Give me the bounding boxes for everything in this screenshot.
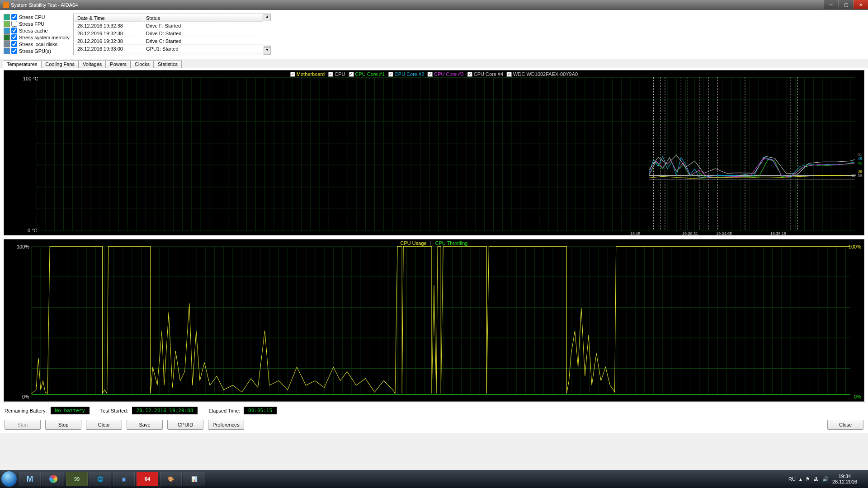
tab-statistics[interactable]: Statistics bbox=[154, 60, 182, 68]
battery-value: No battery bbox=[51, 407, 90, 414]
started-value: 28.12.2016 19:29:08 bbox=[132, 407, 198, 414]
close-button[interactable]: ✕ bbox=[854, 0, 868, 9]
stress-cpu-checkbox[interactable] bbox=[11, 14, 17, 20]
battery-label: Remaining Battery: bbox=[5, 408, 47, 413]
save-button[interactable]: Save bbox=[127, 420, 163, 430]
clear-button[interactable]: Clear bbox=[86, 420, 122, 430]
cpu-usage-graph: CPU Usage | CPU Throttling 100% 0% 100% … bbox=[4, 239, 864, 402]
show-desktop-button[interactable] bbox=[861, 472, 864, 486]
minimize-button[interactable]: ─ bbox=[824, 0, 838, 9]
top-panel: Stress CPU Stress FPU Stress cache Stres… bbox=[0, 10, 868, 59]
system-tray[interactable]: RU ▴ ⚑ 🖧 🔊 19:34 28.12.2016 bbox=[788, 472, 866, 486]
cpu-usage-graph-svg bbox=[4, 239, 864, 401]
event-log: Date & Time Status 28.12.2016 19:32:38Dr… bbox=[73, 14, 271, 55]
temperature-graph: ✓Motherboard ✓CPU ✓CPU Core #1 ✓CPU Core… bbox=[4, 70, 864, 235]
log-row: 28.12.2016 19:33:00GPU1: Started bbox=[75, 46, 263, 52]
taskbar[interactable]: M 99 🌐 ▣ 64 🎨 📊 RU ▴ ⚑ 🖧 🔊 19:34 28.12.2… bbox=[0, 470, 868, 488]
tab-cooling-fans[interactable]: Cooling Fans bbox=[41, 60, 79, 68]
gpu-icon bbox=[4, 48, 10, 54]
stress-cpu-label: Stress CPU bbox=[19, 14, 45, 20]
cpuid-button[interactable]: CPUID bbox=[167, 420, 203, 430]
log-row: 28.12.2016 19:32:38Drive D: Started bbox=[75, 30, 263, 37]
cpu-icon bbox=[4, 14, 10, 20]
legend-check-motherboard[interactable]: ✓ bbox=[290, 72, 295, 77]
fpu-icon bbox=[4, 21, 10, 27]
temperature-graph-svg bbox=[4, 70, 864, 235]
volume-icon[interactable]: 🔊 bbox=[822, 476, 829, 482]
legend-check-core2[interactable]: ✓ bbox=[388, 72, 393, 77]
log-header-datetime[interactable]: Date & Time bbox=[75, 15, 142, 22]
stress-disk-checkbox[interactable] bbox=[11, 41, 17, 47]
elapsed-label: Elapsed Time: bbox=[208, 408, 240, 413]
tab-temperatures[interactable]: Temperatures bbox=[3, 60, 41, 68]
tab-powers[interactable]: Powers bbox=[106, 60, 131, 68]
status-bar: Remaining Battery: No battery Test Start… bbox=[0, 403, 868, 418]
taskbar-app-task[interactable]: 99 bbox=[66, 472, 88, 486]
legend-check-core3[interactable]: ✓ bbox=[428, 72, 433, 77]
legend-check-hdd[interactable]: ✓ bbox=[507, 72, 512, 77]
preferences-button[interactable]: Preferences bbox=[208, 420, 244, 430]
stress-cache-label: Stress cache bbox=[19, 28, 48, 33]
disk-icon bbox=[4, 41, 10, 47]
stress-options: Stress CPU Stress FPU Stress cache Stres… bbox=[4, 14, 71, 55]
mem-icon bbox=[4, 34, 10, 41]
stress-fpu-checkbox[interactable] bbox=[11, 21, 17, 27]
start-button-orb[interactable] bbox=[0, 470, 18, 488]
taskbar-app-paint[interactable]: 🎨 bbox=[160, 472, 182, 486]
lang-indicator[interactable]: RU bbox=[788, 476, 796, 482]
log-header-status[interactable]: Status bbox=[143, 15, 263, 22]
tab-clocks[interactable]: Clocks bbox=[131, 60, 154, 68]
usage-ymax: 100% bbox=[17, 244, 29, 249]
legend-check-cpu[interactable]: ✓ bbox=[328, 72, 333, 77]
log-row: 28.12.2016 19:32:38Drive F: Started bbox=[75, 23, 263, 29]
stress-mem-checkbox[interactable] bbox=[11, 34, 17, 40]
legend-check-core1[interactable]: ✓ bbox=[349, 72, 354, 77]
action-center-icon[interactable]: ⚑ bbox=[806, 476, 810, 482]
stress-mem-label: Stress system memory bbox=[19, 35, 70, 40]
graph-tabs: Temperatures Cooling Fans Voltages Power… bbox=[0, 60, 868, 68]
taskbar-app-aida64[interactable]: 64 bbox=[137, 472, 158, 486]
taskbar-app-globe[interactable]: 🌐 bbox=[90, 472, 111, 486]
taskbar-app-monitor[interactable]: 📊 bbox=[184, 472, 205, 486]
tray-clock[interactable]: 19:34 28.12.2016 bbox=[832, 474, 857, 484]
window-title: System Stability Test - AIDA64 bbox=[11, 2, 78, 8]
stop-button[interactable]: Stop bbox=[45, 420, 81, 430]
stress-disk-label: Stress local disks bbox=[19, 42, 57, 47]
tray-chevron-icon[interactable]: ▴ bbox=[799, 476, 802, 482]
button-row: Start Stop Clear Save CPUID Preferences … bbox=[0, 418, 868, 433]
legend-check-core4[interactable]: ✓ bbox=[467, 72, 472, 77]
log-row: 28.12.2016 19:32:38Drive C: Started bbox=[75, 38, 263, 45]
start-button[interactable]: Start bbox=[5, 420, 41, 430]
tab-voltages[interactable]: Voltages bbox=[79, 60, 106, 68]
temp-ymin: 0 °C bbox=[28, 228, 38, 233]
taskbar-app-m[interactable]: M bbox=[19, 472, 41, 486]
log-scroll-down[interactable]: ▼ bbox=[264, 47, 271, 55]
stress-fpu-label: Stress FPU bbox=[19, 21, 44, 27]
taskbar-app-cmd[interactable]: ▣ bbox=[113, 472, 135, 486]
stress-gpu-checkbox[interactable] bbox=[11, 48, 17, 54]
usage-ymin: 0% bbox=[22, 394, 29, 399]
cpu-usage-legend: CPU Usage | CPU Throttling bbox=[401, 240, 468, 246]
app-icon bbox=[3, 2, 9, 8]
cache-icon bbox=[4, 28, 10, 34]
stress-gpu-label: Stress GPU(s) bbox=[19, 48, 51, 54]
temp-ymax: 100 °C bbox=[23, 76, 38, 81]
stress-cache-checkbox[interactable] bbox=[11, 28, 17, 33]
close-dialog-button[interactable]: Close bbox=[827, 420, 863, 430]
network-icon[interactable]: 🖧 bbox=[814, 476, 819, 482]
maximize-button[interactable]: ▢ bbox=[839, 0, 853, 9]
started-label: Test Started: bbox=[100, 408, 128, 413]
log-scroll-up[interactable]: ▲ bbox=[264, 14, 271, 21]
temperature-legend: ✓Motherboard ✓CPU ✓CPU Core #1 ✓CPU Core… bbox=[290, 71, 578, 77]
window-titlebar: System Stability Test - AIDA64 ─ ▢ ✕ bbox=[0, 0, 868, 10]
elapsed-value: 00:05:15 bbox=[244, 407, 277, 414]
svg-rect-0 bbox=[4, 70, 864, 235]
taskbar-app-chrome[interactable] bbox=[42, 472, 64, 486]
